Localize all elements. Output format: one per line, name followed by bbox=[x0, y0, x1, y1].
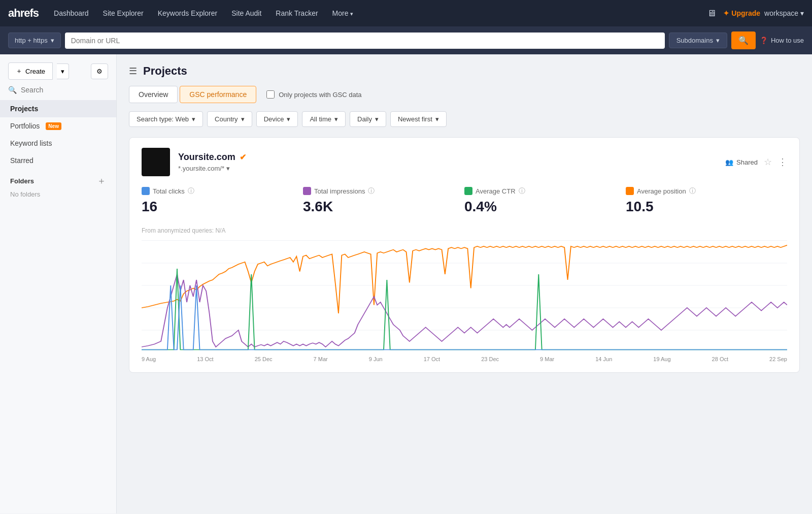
workspace-menu[interactable]: workspace ▾ bbox=[764, 9, 804, 17]
url-input[interactable] bbox=[65, 33, 665, 49]
sidebar-projects-label: Projects bbox=[10, 105, 38, 113]
settings-button[interactable]: ⚙ bbox=[91, 63, 108, 79]
gsc-toggle-label: Only projects with GSC data bbox=[279, 91, 361, 99]
create-dropdown-button[interactable]: ▾ bbox=[57, 63, 69, 79]
chart-label-3: 7 Mar bbox=[314, 356, 328, 362]
hamburger-icon[interactable]: ☰ bbox=[129, 66, 137, 77]
total-impressions-value: 3.6K bbox=[303, 199, 464, 215]
more-options-button[interactable]: ⋮ bbox=[778, 156, 787, 168]
nav-dashboard[interactable]: Dashboard bbox=[49, 6, 94, 20]
total-impressions-help-icon[interactable]: ⓘ bbox=[368, 186, 375, 196]
nav-rank-tracker[interactable]: Rank Tracker bbox=[270, 6, 323, 20]
tab-overview[interactable]: Overview bbox=[129, 86, 178, 103]
gsc-checkbox[interactable] bbox=[266, 90, 275, 99]
nav-keywords-explorer[interactable]: Keywords Explorer bbox=[153, 6, 223, 20]
upgrade-button[interactable]: ✦ Upgrade bbox=[723, 9, 760, 17]
project-url: *.yoursite.com/* ▾ bbox=[178, 165, 717, 172]
nav-more[interactable]: More bbox=[327, 6, 358, 20]
green-line bbox=[142, 269, 787, 350]
sidebar-item-starred[interactable]: Starred bbox=[0, 152, 116, 169]
sidebar-top: ＋ Create ▾ ⚙ bbox=[0, 62, 116, 86]
chart-label-0: 9 Aug bbox=[142, 356, 156, 362]
add-folder-button[interactable]: ＋ bbox=[97, 176, 106, 185]
average-ctr-checkbox[interactable] bbox=[464, 187, 472, 195]
filter-search-type[interactable]: Search type: Web ▾ bbox=[129, 111, 203, 127]
chart-container: 9 Aug 13 Oct 25 Dec 7 Mar 9 Jun 17 Oct 2… bbox=[142, 240, 787, 372]
create-button[interactable]: ＋ Create bbox=[8, 62, 53, 80]
logo[interactable]: ahrefs bbox=[8, 7, 39, 20]
total-clicks-checkbox[interactable] bbox=[142, 187, 150, 195]
orange-line bbox=[142, 245, 787, 313]
sidebar-starred-label: Starred bbox=[10, 156, 33, 165]
project-name: Yoursite.com ✔ bbox=[178, 152, 717, 163]
nav-site-explorer[interactable]: Site Explorer bbox=[98, 6, 149, 20]
url-dropdown-icon[interactable]: ▾ bbox=[226, 165, 230, 172]
sidebar-keyword-lists-label: Keyword lists bbox=[10, 139, 52, 147]
upgrade-icon: ✦ bbox=[723, 9, 729, 17]
chart-label-1: 13 Oct bbox=[197, 356, 213, 362]
filter-daily[interactable]: Daily ▾ bbox=[350, 111, 386, 127]
sidebar-search-area: 🔍 bbox=[0, 86, 116, 100]
filter-device[interactable]: Device ▾ bbox=[256, 111, 298, 127]
verified-icon: ✔ bbox=[240, 152, 246, 162]
total-clicks-help-icon[interactable]: ⓘ bbox=[188, 186, 194, 196]
page-header: ☰ Projects bbox=[129, 65, 800, 78]
protocol-selector[interactable]: http + https ▾ bbox=[8, 33, 61, 48]
shared-button[interactable]: 👥 Shared bbox=[725, 158, 758, 166]
top-nav: ahrefs Dashboard Site Explorer Keywords … bbox=[0, 0, 812, 26]
how-to-button[interactable]: ❓ How to use bbox=[760, 37, 804, 44]
shared-icon: 👥 bbox=[725, 158, 733, 166]
chart-label-9: 19 Aug bbox=[653, 356, 670, 362]
sidebar-item-projects[interactable]: Projects bbox=[0, 100, 116, 117]
nav-site-audit[interactable]: Site Audit bbox=[226, 6, 266, 20]
chart-label-10: 28 Oct bbox=[712, 356, 728, 362]
search-button[interactable]: 🔍 bbox=[731, 31, 756, 49]
star-button[interactable]: ☆ bbox=[764, 156, 772, 168]
project-card: Yoursite.com ✔ *.yoursite.com/* ▾ 👥 Shar… bbox=[129, 137, 800, 373]
metric-average-ctr: Average CTR ⓘ 0.4% bbox=[464, 186, 626, 223]
tabs-row: Overview GSC performance Only projects w… bbox=[129, 86, 800, 103]
subdomain-selector[interactable]: Subdomains ▾ bbox=[669, 33, 727, 48]
logo-rest: hrefs bbox=[14, 7, 39, 19]
filter-newest-first[interactable]: Newest first ▾ bbox=[390, 111, 447, 127]
filter-country[interactable]: Country ▾ bbox=[207, 111, 252, 127]
search-icon: 🔍 bbox=[8, 86, 17, 94]
project-actions: 👥 Shared ☆ ⋮ bbox=[725, 156, 787, 168]
logo-a: a bbox=[8, 7, 14, 19]
gsc-toggle: Only projects with GSC data bbox=[266, 90, 361, 99]
metric-average-position: Average position ⓘ 10.5 bbox=[626, 186, 787, 223]
sidebar-item-keyword-lists[interactable]: Keyword lists bbox=[0, 135, 116, 152]
no-folders-label: No folders bbox=[0, 188, 116, 200]
total-impressions-checkbox[interactable] bbox=[303, 187, 311, 195]
chart-label-6: 23 Dec bbox=[481, 356, 499, 362]
main-layout: ＋ Create ▾ ⚙ 🔍 Projects Portfolios New K… bbox=[0, 54, 812, 513]
chart-x-labels: 9 Aug 13 Oct 25 Dec 7 Mar 9 Jun 17 Oct 2… bbox=[142, 354, 787, 366]
folders-section-header: Folders ＋ bbox=[0, 169, 116, 188]
folders-label: Folders bbox=[10, 177, 34, 185]
total-clicks-value: 16 bbox=[142, 199, 303, 215]
project-info: Yoursite.com ✔ *.yoursite.com/* ▾ bbox=[178, 152, 717, 172]
average-position-value: 10.5 bbox=[626, 199, 787, 215]
monitor-icon[interactable]: 🖥 bbox=[704, 5, 719, 22]
project-thumbnail bbox=[142, 148, 170, 176]
average-ctr-help-icon[interactable]: ⓘ bbox=[519, 186, 525, 196]
chart-label-7: 9 Mar bbox=[540, 356, 554, 362]
metric-total-clicks: Total clicks ⓘ 16 bbox=[142, 186, 303, 223]
average-position-help-icon[interactable]: ⓘ bbox=[689, 186, 696, 196]
average-position-checkbox[interactable] bbox=[626, 187, 634, 195]
filter-all-time[interactable]: All time ▾ bbox=[302, 111, 346, 127]
chart-svg bbox=[142, 241, 787, 352]
sidebar-search-input[interactable] bbox=[21, 86, 108, 94]
metric-total-impressions: Total impressions ⓘ 3.6K bbox=[303, 186, 464, 223]
sidebar: ＋ Create ▾ ⚙ 🔍 Projects Portfolios New K… bbox=[0, 54, 117, 513]
plus-icon: ＋ bbox=[16, 67, 22, 76]
metrics-row: Total clicks ⓘ 16 Total impressions ⓘ 3.… bbox=[142, 186, 787, 223]
sidebar-item-portfolios[interactable]: Portfolios New bbox=[0, 117, 116, 135]
portfolios-badge: New bbox=[46, 122, 61, 130]
filters-row: Search type: Web ▾ Country ▾ Device ▾ Al… bbox=[129, 111, 800, 127]
sidebar-portfolios-label: Portfolios bbox=[10, 122, 40, 130]
search-bar: http + https ▾ Subdomains ▾ 🔍 ❓ How to u… bbox=[0, 26, 812, 54]
chart-label-2: 25 Dec bbox=[255, 356, 273, 362]
tab-gsc-performance[interactable]: GSC performance bbox=[180, 86, 256, 103]
blue-line bbox=[142, 285, 787, 350]
